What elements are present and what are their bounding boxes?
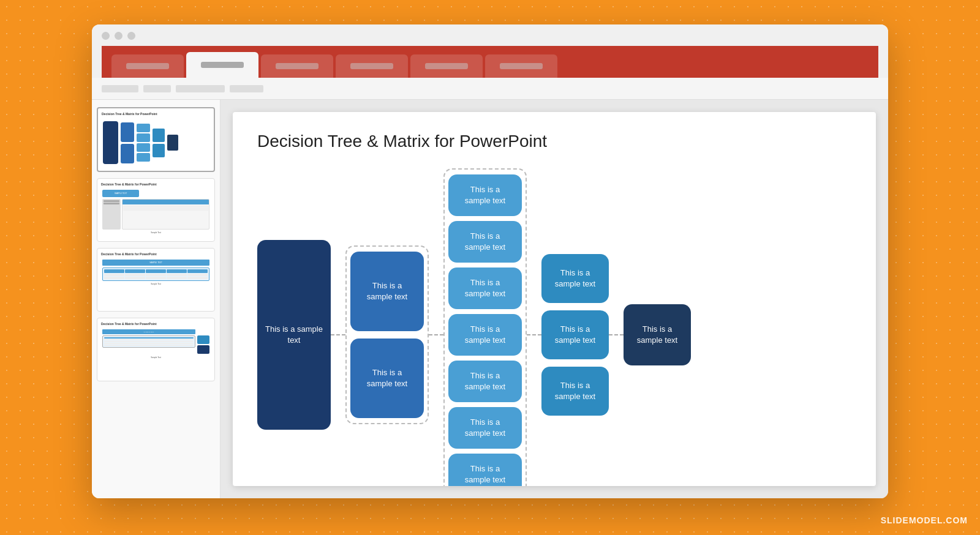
main-content: Decision Tree & Matrix for PowerPoint: [92, 100, 888, 498]
thumb-1-content: [102, 118, 210, 167]
level3-card-4-text: This is asample text: [465, 324, 505, 346]
level3-card-7: This is asample text: [448, 454, 522, 486]
level4-card-1-text: This is asample text: [555, 268, 595, 290]
thumb-4-title: Decision Tree & Matrix for PowerPoint: [101, 322, 211, 326]
ribbon-tab-4[interactable]: [336, 54, 408, 78]
level2-card-2: This is asample text: [350, 339, 424, 418]
level3-card-6: This is asample text: [448, 407, 522, 449]
connector-2-3: [429, 334, 443, 335]
level4-card-3-text: This is asample text: [555, 380, 595, 402]
level4-card-2-text: This is asample text: [555, 324, 595, 346]
tab-pill-2: [201, 62, 244, 68]
browser-dot-yellow: [115, 32, 123, 40]
sidebar-thumbnails: Decision Tree & Matrix for PowerPoint: [92, 100, 221, 498]
level2-card-2-text: This is asample text: [367, 367, 407, 389]
thumb-3-title: Decision Tree & Matrix for PowerPoint: [101, 252, 211, 256]
tab-pill-6: [500, 63, 543, 69]
thumbnail-4[interactable]: Decision Tree & Matrix for PowerPoint SA…: [97, 318, 215, 381]
sub-toolbar: [92, 78, 888, 100]
level3-card-5-text: This is asample text: [465, 370, 505, 392]
diagram-level-5: This is a sample text: [624, 304, 691, 365]
slide-title: Decision Tree & Matrix for PowerPoint: [257, 132, 851, 151]
ribbon-tab-1[interactable]: [111, 54, 184, 78]
diagram-level-4: This is asample text This is asample tex…: [541, 254, 609, 416]
decision-tree-diagram: This is a sample text This is asample te…: [257, 168, 851, 486]
level4-card-2: This is asample text: [541, 310, 609, 359]
level4-card-3: This is asample text: [541, 367, 609, 416]
tab-pill-1: [126, 63, 169, 69]
sub-toolbar-item-1: [102, 85, 138, 92]
thumb-4-content: SAMPLE TEXT: [101, 328, 211, 377]
level3-card-3: This is asample text: [448, 268, 522, 309]
ribbon-tab-5[interactable]: [410, 54, 483, 78]
level3-card-6-text: This is asample text: [465, 417, 505, 439]
level2-card-1-text: This is asample text: [367, 280, 407, 302]
tab-pill-4: [350, 63, 393, 69]
thumbnail-1[interactable]: Decision Tree & Matrix for PowerPoint: [97, 107, 215, 172]
level3-card-1: This is asample text: [448, 174, 522, 216]
ribbon-tab-2-active[interactable]: [186, 52, 258, 78]
ribbon-tab-3[interactable]: [261, 54, 333, 78]
browser-dot-red: [102, 32, 110, 40]
level5-card: This is a sample text: [624, 304, 691, 365]
level3-card-4: This is asample text: [448, 314, 522, 356]
tab-pill-3: [276, 63, 318, 69]
level4-card-1: This is asample text: [541, 254, 609, 303]
level3-card-7-text: This is asample text: [465, 463, 505, 485]
level2-card-1: This is asample text: [350, 252, 424, 331]
thumb-2-content: SAMPLE TEXT: [101, 189, 211, 238]
diagram-level-3: This is asample text This is asample tex…: [443, 168, 527, 486]
sub-toolbar-item-4: [230, 85, 263, 92]
level3-card-2: This is asample text: [448, 221, 522, 263]
level5-card-text: This is a sample text: [630, 324, 685, 346]
sub-toolbar-item-3: [176, 85, 225, 92]
sub-toolbar-item-2: [143, 85, 171, 92]
browser-window: Decision Tree & Matrix for PowerPoint: [92, 24, 888, 498]
connector-1-2: [331, 334, 345, 335]
thumb-2-title: Decision Tree & Matrix for PowerPoint: [101, 182, 211, 186]
ribbon-tab-6[interactable]: [485, 54, 557, 78]
ribbon-toolbar: [102, 46, 878, 78]
thumb-3-content: SAMPLE TEXT: [101, 258, 211, 307]
level4-wrapper: This is asample text This is asample tex…: [541, 254, 609, 416]
level3-card-3-text: This is asample text: [465, 277, 505, 299]
slide-area: Decision Tree & Matrix for PowerPoint Th…: [221, 100, 888, 498]
diagram-level-2: This is asample text This is asample tex…: [345, 245, 429, 424]
watermark: SLIDEMODEL.COM: [881, 515, 968, 525]
browser-chrome: [92, 24, 888, 78]
browser-dot-green: [127, 32, 135, 40]
connector-3-4: [527, 334, 541, 335]
level1-card-text: This is a sample text: [263, 324, 325, 346]
level3-card-5: This is asample text: [448, 361, 522, 402]
level2-wrapper: This is asample text This is asample tex…: [345, 245, 429, 424]
level3-card-1-text: This is asample text: [465, 184, 505, 206]
tab-pill-5: [425, 63, 468, 69]
thumb-1-title: Decision Tree & Matrix for PowerPoint: [102, 112, 210, 116]
connector-4-5: [609, 334, 624, 335]
diagram-level-1: This is a sample text: [257, 240, 331, 430]
level3-card-2-text: This is asample text: [465, 231, 505, 253]
browser-controls: [102, 32, 878, 40]
main-slide: Decision Tree & Matrix for PowerPoint Th…: [233, 112, 876, 486]
level1-card: This is a sample text: [257, 240, 331, 430]
thumbnail-3[interactable]: Decision Tree & Matrix for PowerPoint SA…: [97, 248, 215, 312]
thumbnail-2[interactable]: Decision Tree & Matrix for PowerPoint SA…: [97, 178, 215, 242]
level3-wrapper: This is asample text This is asample tex…: [443, 168, 527, 486]
